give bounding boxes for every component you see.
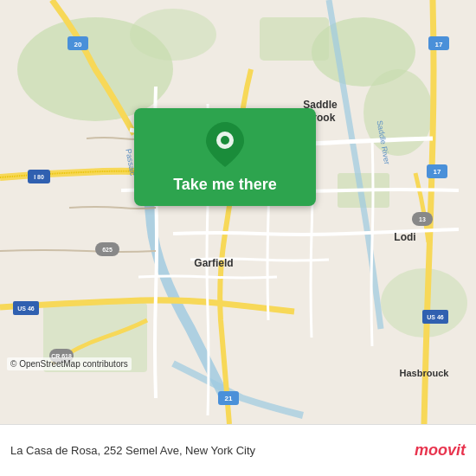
cta-label: Take me there [173,176,277,194]
svg-text:Garfield: Garfield [194,257,233,269]
moovit-logo: moovit [415,441,466,460]
location-pin-icon [206,122,244,167]
bottom-bar: La Casa de Rosa, 252 Semel Ave, New York… [0,424,476,476]
moovit-label: moovit [415,441,466,460]
svg-rect-4 [260,17,329,61]
svg-text:US 46: US 46 [427,314,444,320]
svg-point-5 [130,9,216,61]
svg-text:17: 17 [434,168,441,176]
svg-text:625: 625 [102,247,113,253]
svg-text:20: 20 [74,41,82,48]
svg-text:I 80: I 80 [34,174,44,180]
cta-overlay[interactable]: Take me there [134,108,316,206]
svg-text:Hasbrouck: Hasbrouck [400,368,450,378]
svg-text:US 46: US 46 [17,306,35,312]
svg-point-37 [221,136,229,145]
svg-text:Lodi: Lodi [394,231,415,243]
svg-text:13: 13 [419,216,426,222]
address-text: La Casa de Rosa, 252 Semel Ave, New York… [10,444,415,457]
map-container: 20 I 80 17 17 13 US 46 21 CR 618 625 US … [0,0,476,424]
copyright-text: © OpenStreetMap contributors [7,357,132,370]
svg-point-3 [363,69,433,156]
svg-text:21: 21 [225,395,233,402]
svg-text:17: 17 [435,41,443,48]
